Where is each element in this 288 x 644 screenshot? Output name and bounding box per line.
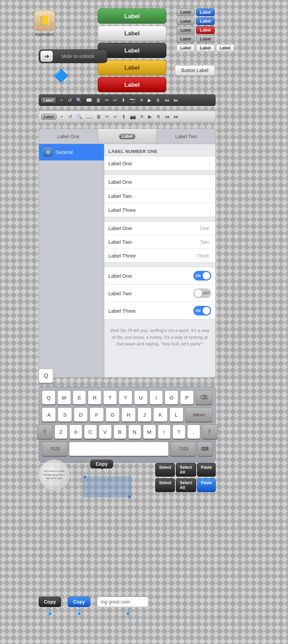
toolbar1-add-icon[interactable]: ＋: [58, 96, 65, 104]
toolbar2-share-icon[interactable]: ⬆: [120, 113, 127, 120]
key-m[interactable]: M: [143, 425, 156, 439]
table-row-value-3[interactable]: Label Three Three: [104, 249, 215, 262]
key-l[interactable]: L: [169, 407, 183, 422]
table-row-value-2[interactable]: Label Two Two: [104, 235, 215, 249]
select-button-dark[interactable]: Select: [155, 463, 175, 477]
key-z[interactable]: Z: [55, 425, 68, 439]
toolbar1-share-icon[interactable]: ⬆: [120, 97, 127, 104]
key-symbols-right[interactable]: .?123: [170, 442, 196, 456]
key-return[interactable]: return: [185, 407, 213, 422]
copy-bubble-callout[interactable]: Copy: [90, 460, 113, 468]
tab-label-one[interactable]: Label One: [39, 129, 98, 144]
toolbar1-camera-icon[interactable]: 📷: [128, 97, 137, 104]
key-k[interactable]: K: [153, 407, 167, 422]
key-n[interactable]: N: [128, 425, 141, 439]
toolbar1-book-icon[interactable]: 📖: [85, 97, 93, 104]
toolbar1-edit-icon[interactable]: ✏: [104, 97, 110, 104]
small-btn-blue-2[interactable]: Label: [196, 17, 214, 25]
key-o[interactable]: O: [165, 390, 178, 405]
key-w[interactable]: W: [57, 390, 71, 405]
toolbar2-book-icon[interactable]: 📖: [85, 113, 94, 120]
key-x[interactable]: X: [69, 425, 82, 439]
small-btn-gray-3[interactable]: Label: [177, 26, 195, 34]
key-f[interactable]: F: [89, 407, 104, 422]
small-btn-red-1[interactable]: Label: [196, 26, 214, 34]
table-row-toggle-1[interactable]: Label One ON: [104, 267, 215, 285]
table-row-value-1[interactable]: Label One One: [104, 222, 215, 235]
toolbar2-trash-icon[interactable]: 🗑: [95, 113, 103, 120]
toolbar2-prev-icon[interactable]: ⏮: [164, 113, 171, 120]
key-r[interactable]: R: [88, 390, 101, 405]
toolbar1-close-icon[interactable]: ✕: [138, 97, 145, 104]
toggle-off-1[interactable]: OFF: [193, 288, 211, 298]
key-b[interactable]: B: [113, 425, 127, 439]
key-keyboard-icon[interactable]: ⌨: [197, 442, 213, 456]
toolbar1-pause-icon[interactable]: ⏸: [154, 97, 162, 104]
select-all-button-dark[interactable]: Select All: [176, 463, 196, 477]
toolbar2-edit-icon[interactable]: ✏: [104, 113, 111, 120]
yellow-button[interactable]: Label: [98, 60, 166, 75]
small-btn-plain-1[interactable]: Label: [177, 44, 195, 52]
toolbar1-search-icon[interactable]: 🔍: [75, 97, 83, 104]
toolbar1-refresh-icon[interactable]: ↺: [67, 97, 73, 104]
toolbar2-refresh-icon[interactable]: ↺: [67, 113, 74, 120]
table-row-label-one[interactable]: Label One ›: [104, 175, 215, 189]
select-all-button-2[interactable]: Select All: [176, 478, 196, 492]
table-row[interactable]: Label One ›: [104, 156, 215, 170]
table-row-label-two[interactable]: Label Two ›: [104, 189, 215, 203]
dark-button[interactable]: Label: [98, 43, 166, 58]
key-h[interactable]: H: [121, 407, 135, 422]
key-t[interactable]: T: [103, 390, 117, 405]
small-btn-gray-4[interactable]: Label: [177, 35, 195, 43]
toolbar1-back-icon[interactable]: ↩: [112, 97, 119, 104]
key-q[interactable]: Q: [42, 390, 56, 405]
toolbar2-close-icon[interactable]: ✕: [139, 113, 145, 120]
toolbar2-add-icon[interactable]: ＋: [58, 113, 65, 120]
key-question[interactable]: ?: [172, 425, 185, 439]
key-backspace[interactable]: ⌫: [195, 390, 213, 405]
toggle-on-1[interactable]: ON: [193, 271, 211, 281]
key-y[interactable]: Y: [119, 390, 132, 405]
tab-label-two[interactable]: Label Two: [157, 129, 215, 144]
key-symbols-left[interactable]: .?123: [42, 442, 67, 456]
key-s[interactable]: S: [58, 407, 72, 422]
copy-button-blue[interactable]: Copy: [68, 597, 90, 607]
key-exclamation[interactable]: !: [158, 425, 171, 439]
toolbar2-pause-icon[interactable]: ⏸: [155, 113, 162, 120]
key-shift-right[interactable]: ⇧: [202, 425, 218, 439]
key-g[interactable]: G: [106, 407, 120, 422]
toggle-on-2[interactable]: ON: [193, 306, 211, 315]
small-btn-gray-2[interactable]: Label: [177, 17, 195, 25]
toolbar1-trash-icon[interactable]: 🗑: [95, 97, 102, 104]
table-row-toggle-2[interactable]: Label Two OFF: [104, 285, 215, 302]
key-c[interactable]: C: [84, 425, 97, 439]
key-period[interactable]: .: [187, 425, 200, 439]
green-button[interactable]: Label: [98, 9, 166, 24]
key-q-standalone[interactable]: Q: [39, 369, 53, 383]
toolbar2-next-icon[interactable]: ⏭: [172, 113, 180, 120]
key-j[interactable]: J: [137, 407, 152, 422]
key-a[interactable]: A: [42, 407, 56, 422]
toolbar1-next-icon[interactable]: ⏭: [172, 97, 180, 104]
slide-to-unlock[interactable]: ➜ slide to unlock: [39, 49, 107, 63]
key-p[interactable]: P: [180, 390, 194, 405]
table-row-label-three[interactable]: Label Three ›: [104, 203, 215, 217]
small-btn-gray-5[interactable]: Label: [196, 35, 214, 43]
key-space[interactable]: [69, 442, 169, 456]
red-button[interactable]: Label: [98, 77, 166, 92]
app-icon[interactable]: 📒: [34, 10, 55, 31]
key-v[interactable]: V: [99, 425, 112, 439]
button-label-button[interactable]: Button Label: [175, 65, 215, 75]
text-field[interactable]: ing great user: [97, 597, 148, 607]
tab-label-badge[interactable]: Label: [98, 129, 157, 144]
small-btn-plain-2[interactable]: Label: [196, 44, 214, 52]
paste-button-dark[interactable]: Paste: [197, 463, 216, 477]
key-u[interactable]: U: [134, 390, 148, 405]
key-shift-left[interactable]: ⇧: [37, 425, 53, 439]
toolbar2-camera-icon[interactable]: 📷: [129, 113, 137, 120]
small-btn-plain-3[interactable]: Label: [216, 44, 234, 52]
key-d[interactable]: D: [74, 407, 88, 422]
paste-button-blue[interactable]: Paste: [197, 478, 216, 492]
toolbar2-search-icon[interactable]: 🔍: [75, 113, 84, 120]
toolbar2-play-icon[interactable]: ▶: [147, 113, 153, 120]
